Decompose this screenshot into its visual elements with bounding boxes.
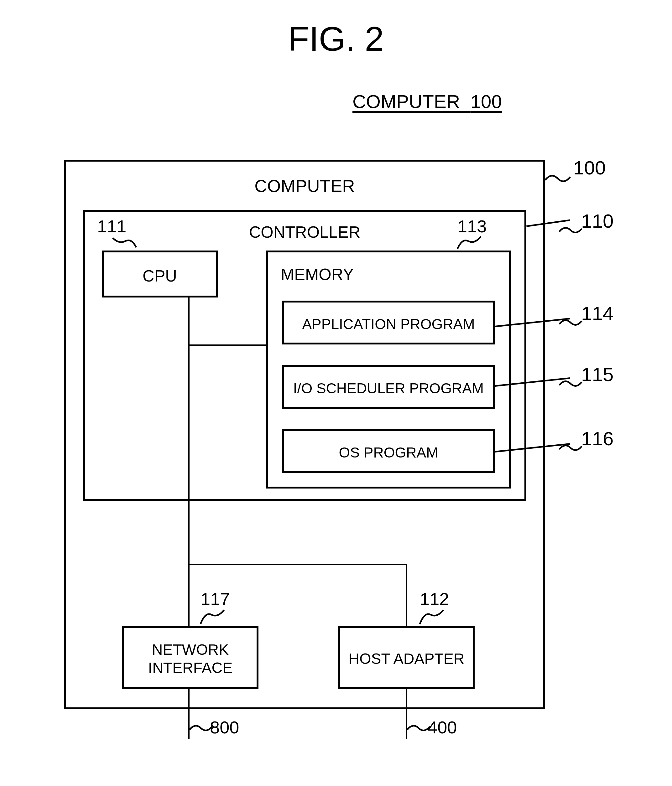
- connector-cpu-vert: [188, 297, 190, 589]
- connector-bus-horiz: [188, 564, 407, 565]
- host-adapter-label: HOST ADAPTER: [340, 650, 473, 667]
- controller-ref: 110: [581, 210, 614, 232]
- netif-line1: NETWORK: [124, 641, 257, 659]
- connector-hostadapter-vert: [406, 564, 407, 626]
- application-program-label: APPLICATION PROGRAM: [284, 316, 493, 333]
- io-scheduler-label: I/O SCHEDULER PROGRAM: [284, 380, 493, 397]
- netif-ref: 117: [200, 589, 230, 609]
- host-adapter-box: HOST ADAPTER: [338, 626, 475, 689]
- os-program-box: OS PROGRAM: [282, 429, 495, 473]
- io-scheduler-box: I/O SCHEDULER PROGRAM: [282, 365, 495, 409]
- figure-subtitle: COMPUTER 100: [353, 91, 502, 112]
- computer-ref-leader: [545, 169, 573, 189]
- subtitle-ref: 100: [471, 91, 502, 112]
- network-interface-box: NETWORK INTERFACE: [122, 626, 258, 689]
- computer-label: COMPUTER: [66, 176, 543, 196]
- conn-left-ref: 800: [210, 717, 239, 737]
- memory-label: MEMORY: [281, 265, 354, 284]
- netif-line2: INTERFACE: [124, 659, 257, 677]
- os-ref: 116: [581, 428, 614, 450]
- iosched-ref: 115: [581, 363, 614, 385]
- app-ref: 114: [581, 302, 614, 324]
- subtitle-text: COMPUTER: [353, 91, 460, 112]
- computer-ref: 100: [573, 157, 606, 179]
- connector-cpu-memory: [188, 344, 266, 346]
- hostadapter-ref: 112: [420, 589, 449, 609]
- application-program-box: APPLICATION PROGRAM: [282, 300, 495, 344]
- os-program-label: OS PROGRAM: [284, 444, 493, 461]
- connector-netif-vert: [188, 589, 190, 626]
- cpu-box: CPU: [102, 250, 218, 297]
- network-interface-label: NETWORK INTERFACE: [124, 641, 257, 677]
- figure-title: FIG. 2: [0, 19, 672, 58]
- conn-right-ref: 400: [428, 717, 457, 737]
- cpu-label: CPU: [104, 266, 216, 285]
